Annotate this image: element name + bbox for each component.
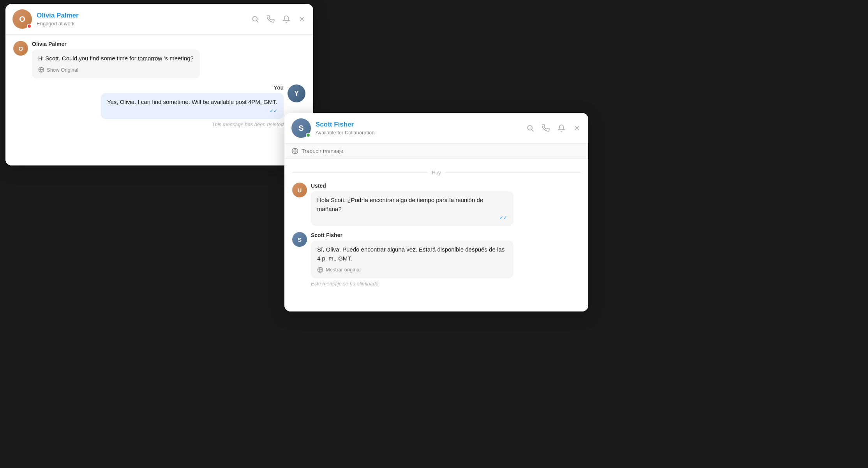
double-check-usted: ✓✓ xyxy=(317,214,507,221)
chat-window-olivia: O Olivia Palmer Engaged at work xyxy=(5,4,313,165)
header-actions-scott xyxy=(526,124,581,132)
divider-line-left xyxy=(292,172,428,173)
avatar-scott-header: S xyxy=(291,118,311,138)
message-bubble-1: Hi Scott. Could you find some time for t… xyxy=(32,49,200,78)
header-info-olivia: Olivia Palmer Engaged at work xyxy=(37,12,251,26)
chat-header-scott: S Scott Fisher Available for Collaborati… xyxy=(284,113,588,144)
avatar-scott-msg: S xyxy=(292,232,307,287)
avatar-usted-msg: U xyxy=(292,183,307,226)
date-divider: Hoy xyxy=(292,170,580,176)
deleted-notice-2: Este mensaje se ha eliminado xyxy=(311,281,513,287)
header-info-scott: Scott Fisher Available for Collaboration xyxy=(316,121,526,135)
double-check-icon: ✓✓ xyxy=(107,107,277,114)
sender-name-scott-msg: Scott Fisher xyxy=(311,232,513,238)
message-meta-usted: Usted Hola Scott. ¿Podría encontrar algo… xyxy=(311,183,513,226)
message-bubble-2: Yes, Olivia. I can find sometime. Will b… xyxy=(101,93,284,119)
search-icon[interactable] xyxy=(251,15,259,23)
translate-bar[interactable]: Traducir mensaje xyxy=(284,144,588,159)
close-icon[interactable] xyxy=(298,15,306,23)
message-text-scott: Sí, Oliva. Puedo encontrar alguna vez. E… xyxy=(317,246,505,262)
status-indicator-scott xyxy=(306,133,311,137)
mostrar-original-button[interactable]: Mostrar original xyxy=(317,266,507,274)
chat-header-olivia: O Olivia Palmer Engaged at work xyxy=(5,4,313,35)
divider-line-right xyxy=(445,172,580,173)
message-bubble-scott: Sí, Oliva. Puedo encontrar alguna vez. E… xyxy=(311,241,513,278)
status-indicator-olivia xyxy=(27,24,32,28)
close-icon-scott[interactable] xyxy=(573,124,581,132)
chat-window-scott: S Scott Fisher Available for Collaborati… xyxy=(284,113,588,311)
sender-name-olivia: Olivia Palmer xyxy=(32,41,200,47)
bell-icon-scott[interactable] xyxy=(557,124,566,132)
sender-name-you: You xyxy=(274,84,284,91)
call-icon[interactable] xyxy=(266,15,275,23)
message-bubble-usted: Hola Scott. ¿Podría encontrar algo de ti… xyxy=(311,191,513,226)
message-meta-1: Olivia Palmer Hi Scott. Could you find s… xyxy=(32,41,200,78)
search-icon-scott[interactable] xyxy=(526,124,535,132)
message-text-1b: 's meeting? xyxy=(162,55,193,62)
message-group-1-olivia: O Olivia Palmer Hi Scott. Could you find… xyxy=(13,41,305,78)
message-content-2: You Yes, Olivia. I can find sometime. Wi… xyxy=(101,84,284,127)
sender-name-usted: Usted xyxy=(311,183,513,189)
messages-area-olivia: O Olivia Palmer Hi Scott. Could you find… xyxy=(5,35,313,165)
call-icon-scott[interactable] xyxy=(542,124,550,132)
date-divider-text: Hoy xyxy=(432,170,441,176)
contact-status-scott: Available for Collaboration xyxy=(316,130,526,135)
message-text-usted: Hola Scott. ¿Podría encontrar algo de ti… xyxy=(317,197,483,212)
message-meta-scott: Scott Fisher Sí, Oliva. Puedo encontrar … xyxy=(311,232,513,287)
message-group-1-scott: U Usted Hola Scott. ¿Podría encontrar al… xyxy=(292,183,580,226)
message-text-2: Yes, Olivia. I can find sometime. Will b… xyxy=(107,99,277,105)
message-text-1a: Hi Scott. Could you find some time for xyxy=(38,55,138,62)
message-group-2-you: Y You Yes, Olivia. I can find sometime. … xyxy=(13,84,305,127)
svg-point-0 xyxy=(252,16,257,21)
svg-line-1 xyxy=(257,21,259,23)
contact-name-olivia: Olivia Palmer xyxy=(37,12,251,19)
mostrar-original-text: Mostrar original xyxy=(326,266,361,274)
show-original-text: Show Original xyxy=(47,66,78,74)
header-actions-olivia xyxy=(251,15,306,23)
message-group-2-scott: S Scott Fisher Sí, Oliva. Puedo encontra… xyxy=(292,232,580,287)
translate-bar-text: Traducir mensaje xyxy=(302,148,344,154)
bell-icon[interactable] xyxy=(282,15,291,23)
svg-line-7 xyxy=(532,130,534,132)
message-text-tomorrow: tomorrow xyxy=(138,55,162,62)
svg-point-6 xyxy=(528,125,532,130)
translate-globe-icon xyxy=(291,148,298,155)
avatar-olivia-msg: O xyxy=(13,41,28,78)
contact-name-scott: Scott Fisher xyxy=(316,121,526,128)
messages-area-scott: Hoy U Usted Hola Scott. ¿Podría encontra… xyxy=(284,159,588,311)
contact-status-olivia: Engaged at work xyxy=(37,21,251,26)
deleted-notice-1: This message has been deleted xyxy=(212,121,284,127)
avatar-olivia-header: O xyxy=(12,9,32,29)
show-original-button[interactable]: Show Original xyxy=(38,66,194,74)
